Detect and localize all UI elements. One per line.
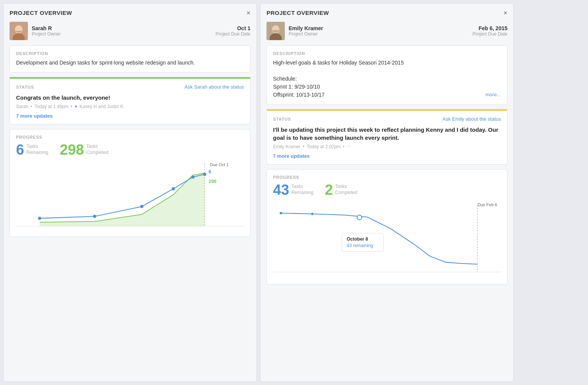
- panel-1-owner-row: Sarah R Project Owner Oct 1 Project Due …: [10, 22, 250, 40]
- panel-1-progress-stats: 6 TasksRemaining 298 TasksCompleted: [16, 142, 244, 157]
- panel-2-more-link[interactable]: more...: [486, 91, 501, 99]
- panel-1-owner-info: Sarah R Project Owner: [32, 25, 61, 37]
- panel-1-status-meta: Sarah • Today at 1:49pm • ♥ Kasey H and …: [16, 104, 244, 109]
- panel-1-due-date: Oct 1 Project Due Date: [216, 25, 250, 37]
- panel-2-chart-svg: [273, 202, 501, 279]
- panel-2-close[interactable]: ×: [503, 10, 507, 16]
- panel-2-status-meta: Emily Kramer • Today at 2:02pm • ♡: [273, 144, 501, 149]
- panel-2-title: PROJECT OVERVIEW: [267, 10, 329, 16]
- panel-2-tooltip: October 8 43 remaining: [342, 233, 384, 252]
- panel-1-remaining-label: TasksRemaining: [26, 144, 48, 155]
- panel-1-description-label: DESCRIPTION: [16, 51, 244, 56]
- panel-1-more-updates[interactable]: 7 more updates: [16, 113, 244, 119]
- svg-point-10: [172, 187, 175, 190]
- panel-2-completed-label: TasksCompleted: [335, 184, 357, 196]
- panel-2-tooltip-remaining: 43 remaining: [347, 243, 379, 248]
- panel-2-status-label: STATUS: [273, 117, 291, 121]
- svg-point-12: [203, 173, 206, 176]
- panel-1-completed-num: 298: [60, 142, 84, 157]
- panel-2-status-message: I'll be updating this project this week …: [273, 126, 501, 142]
- svg-point-23: [311, 213, 313, 215]
- panel-2-progress-stats: 43 TasksRemaining 2 TasksCompleted: [273, 183, 501, 197]
- panel-2-ask-link[interactable]: Ask Emily about the status: [443, 116, 501, 122]
- svg-text:6: 6: [208, 169, 211, 175]
- panel-2-remaining-stat: 43 TasksRemaining: [273, 183, 313, 197]
- panel-2-remaining-label: TasksRemaining: [291, 184, 313, 196]
- panel-2-offsprint: Offsprint: 10/13-10/17: [273, 92, 325, 98]
- heart-outline-icon: ♡: [347, 144, 351, 149]
- panel-2-status-card: STATUS Ask Emily about the status I'll b…: [267, 111, 507, 165]
- panel-1-title: PROJECT OVERVIEW: [10, 10, 72, 16]
- panel-1-status-message: Congrats on the launch, everyone!: [16, 94, 244, 102]
- svg-point-8: [93, 215, 96, 218]
- panel-1-status-card: STATUS Ask Sarah about the status Congra…: [10, 79, 250, 125]
- svg-point-11: [191, 175, 194, 178]
- panel-2-owner-role: Project Owner: [289, 31, 323, 37]
- panel-1-status-header: STATUS Ask Sarah about the status: [16, 84, 244, 90]
- svg-point-7: [38, 217, 41, 220]
- svg-point-9: [140, 205, 143, 208]
- panel-2-tooltip-date: October 8: [347, 236, 379, 242]
- panel-2-chart: Due Feb 6 October 8 43 remaining: [273, 202, 501, 279]
- panel-1-owner-name: Sarah R: [32, 25, 61, 31]
- panel-2-completed-num: 2: [325, 183, 333, 197]
- panel-1-status-author: Sarah: [16, 104, 28, 109]
- panel-2-owner-name: Emily Kramer: [289, 25, 323, 31]
- panel-2-due-date-label: Project Due Date: [473, 31, 507, 37]
- panel-1-remaining-stat: 6 TasksRemaining: [16, 142, 48, 157]
- panel-2-owner-row: Emily Kramer Project Owner Feb 6, 2015 P…: [267, 22, 507, 40]
- panel-2-status-author: Emily Kramer: [273, 144, 300, 149]
- avatar-sarah: [10, 22, 28, 40]
- panel-1-chart: Due Oct 1 6: [16, 162, 244, 231]
- panel-1-description-text: Development and Design tasks for sprint-…: [16, 59, 244, 67]
- panel-1-description-card: DESCRIPTION Development and Design tasks…: [10, 45, 250, 73]
- panel-1-status-hearts: Kasey H and Justin K: [79, 104, 123, 109]
- panel-2-due-label: Due Feb 6: [478, 202, 497, 207]
- panel-2-remaining-num: 43: [273, 183, 289, 197]
- panel-2-sprint1: Sprint 1: 9/29-10/10: [273, 84, 320, 90]
- avatar-emily: [267, 22, 285, 40]
- panel-1-ask-link[interactable]: Ask Sarah about the status: [184, 84, 244, 90]
- panel-1-chart-svg: 6 298: [16, 162, 244, 231]
- panel-2-due-date-value: Feb 6, 2015: [473, 25, 507, 31]
- panel-1-header: PROJECT OVERVIEW ×: [10, 10, 250, 16]
- panel-2-header: PROJECT OVERVIEW ×: [267, 10, 507, 16]
- svg-marker-6: [40, 173, 205, 226]
- panel-1-progress-card: PROGRESS 6 TasksRemaining 298 TasksCompl…: [10, 129, 250, 237]
- panel-1-completed-stat: 298 TasksCompleted: [60, 142, 108, 157]
- panel-2: PROJECT OVERVIEW × Emily Kramer Project …: [260, 3, 514, 382]
- panel-1-remaining-num: 6: [16, 142, 24, 157]
- panel-1: PROJECT OVERVIEW × Sarah R Project Owner…: [3, 3, 257, 382]
- panel-2-description-card: DESCRIPTION High-level goals & tasks for…: [267, 45, 507, 105]
- panel-2-progress-card: PROGRESS 43 TasksRemaining 2 TasksComple…: [267, 169, 507, 285]
- panel-1-due-date-label: Project Due Date: [216, 31, 250, 37]
- panel-1-due-date-value: Oct 1: [216, 25, 250, 31]
- panel-1-status-time: Today at 1:49pm: [34, 104, 68, 109]
- panel-2-owner-left: Emily Kramer Project Owner: [267, 22, 323, 40]
- panel-2-more-updates[interactable]: 7 more updates: [273, 153, 501, 159]
- panel-2-progress-label: PROGRESS: [273, 175, 501, 180]
- panel-2-owner-info: Emily Kramer Project Owner: [289, 25, 323, 37]
- svg-text:298: 298: [208, 179, 216, 184]
- panel-2-status-header: STATUS Ask Emily about the status: [273, 116, 501, 122]
- panel-2-description-text: High-level goals & tasks for Holiday Sea…: [273, 59, 501, 99]
- panel-2-schedule-label: Schedule:: [273, 76, 297, 82]
- panel-2-status-time: Today at 2:02pm: [307, 144, 341, 149]
- panel-2-description-label: DESCRIPTION: [273, 51, 501, 56]
- panel-1-close[interactable]: ×: [246, 10, 250, 16]
- panel-1-status-label: STATUS: [16, 85, 34, 89]
- panel-2-due-date: Feb 6, 2015 Project Due Date: [473, 25, 507, 37]
- panel-1-owner-left: Sarah R Project Owner: [10, 22, 61, 40]
- svg-point-22: [279, 212, 282, 214]
- panel-1-owner-role: Project Owner: [32, 31, 61, 37]
- panel-2-completed-stat: 2 TasksCompleted: [325, 183, 357, 197]
- panel-1-due-label: Due Oct 1: [210, 162, 229, 167]
- heart-icon: ♥: [74, 104, 77, 109]
- svg-point-21: [357, 215, 362, 220]
- panel-1-progress-label: PROGRESS: [16, 135, 244, 139]
- panel-1-completed-label: TasksCompleted: [86, 144, 108, 155]
